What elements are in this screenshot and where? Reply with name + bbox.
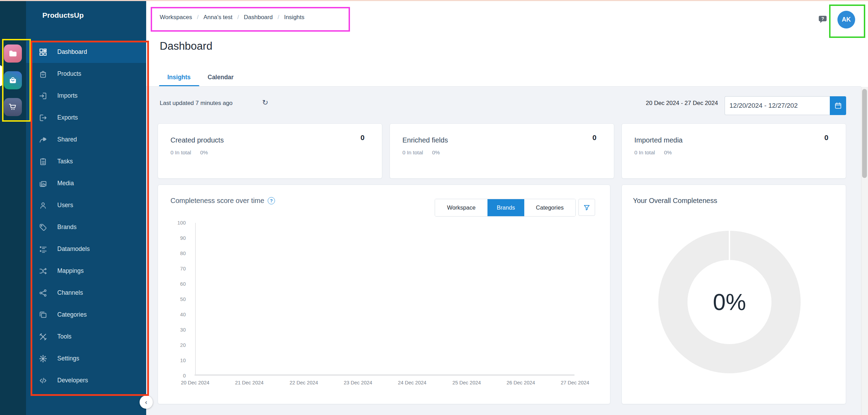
mappings-shuffle-icon: [39, 267, 48, 276]
breadcrumb-separator: /: [197, 14, 199, 21]
sidebar-item-channels[interactable]: Channels: [26, 282, 146, 304]
sidebar-item-label: Dashboard: [57, 48, 87, 56]
sidebar-item-label: Brands: [57, 223, 76, 231]
stat-value: 0: [824, 133, 828, 142]
categories-folders-icon: [39, 310, 48, 319]
breadcrumb: Workspaces / Anna's test / Dashboard / I…: [160, 14, 304, 21]
sidebar-item-label: Tasks: [57, 158, 73, 165]
stat-card-created-products: Created products 0 0 In total 0%: [158, 123, 382, 179]
cart-icon[interactable]: [4, 98, 22, 116]
sidebar-item-exports[interactable]: Exports: [26, 107, 146, 129]
stat-title: Created products: [170, 136, 224, 144]
sidebar-item-mappings[interactable]: Mappings: [26, 260, 146, 282]
dashboard-grid-icon: [39, 48, 48, 57]
sidebar-item-label: Channels: [57, 289, 83, 296]
sidebar-item-label: Datamodels: [57, 245, 90, 253]
x-axis-label: 21 Dec 2024: [223, 380, 275, 385]
breadcrumb-insights[interactable]: Insights: [284, 14, 304, 21]
sidebar-item-tools[interactable]: Tools: [26, 326, 146, 348]
edge-handle[interactable]: [0, 65, 2, 86]
completeness-chart-card: Completeness score over time ? Workspace…: [158, 185, 610, 404]
funnel-icon: [583, 204, 591, 211]
scrollbar-thumb[interactable]: [862, 89, 867, 178]
chart-scope-toggle: Workspace Brands Categories: [435, 199, 576, 217]
folder-icon[interactable]: [4, 44, 22, 63]
overall-completeness-card: Your Overall Completeness 0%: [621, 185, 846, 404]
x-axis-label: 26 Dec 2024: [495, 380, 547, 385]
sidebar-item-brands[interactable]: Brands: [26, 216, 146, 238]
sidebar-item-label: Tools: [57, 333, 72, 340]
stat-title: Enriched fields: [402, 136, 448, 144]
tasks-clipboard-icon: [39, 157, 48, 166]
sidebar-item-products[interactable]: Products: [26, 63, 146, 85]
question-mark-icon: ?: [821, 16, 824, 21]
refresh-icon[interactable]: ↻: [262, 98, 268, 107]
header-divider: [146, 86, 861, 87]
stat-total: 0 In total: [634, 149, 655, 156]
channels-share-icon: [39, 288, 48, 298]
stat-percent: 0%: [664, 149, 671, 156]
x-axis-line: [194, 374, 575, 376]
chart-help-icon[interactable]: ?: [268, 197, 275, 204]
sidebar-item-label: Shared: [57, 136, 77, 143]
stat-card-enriched-fields: Enriched fields 0 0 In total 0%: [390, 123, 614, 179]
tab-calendar[interactable]: Calendar: [208, 74, 234, 81]
donut-title: Your Overall Completeness: [633, 197, 717, 205]
sidebar-item-shared[interactable]: Shared: [26, 129, 146, 150]
date-range-label: 20 Dec 2024 - 27 Dec 2024: [646, 100, 722, 107]
shared-forward-icon: [39, 135, 48, 144]
calendar-button[interactable]: [830, 96, 846, 115]
donut-hole: 0%: [687, 260, 771, 344]
stat-percent: 0%: [200, 149, 208, 156]
x-axis-label: 25 Dec 2024: [441, 380, 493, 385]
tab-insights[interactable]: Insights: [167, 74, 191, 81]
developers-code-icon: [39, 376, 48, 385]
sidebar-item-settings[interactable]: Settings: [26, 348, 146, 369]
toggle-categories[interactable]: Categories: [524, 199, 575, 216]
x-axis-label: 27 Dec 2024: [549, 380, 601, 385]
products-bag-icon: [39, 70, 48, 79]
sidebar-item-tasks[interactable]: Tasks: [26, 150, 146, 172]
users-person-icon: [39, 201, 48, 210]
toggle-brands[interactable]: Brands: [487, 199, 524, 216]
sidebar-item-imports[interactable]: Imports: [26, 85, 146, 107]
breadcrumb-workspaces[interactable]: Workspaces: [160, 14, 192, 21]
sidebar-item-datamodels[interactable]: Datamodels: [26, 238, 146, 260]
x-axis-label: 23 Dec 2024: [332, 380, 384, 385]
bag-icon[interactable]: [4, 71, 22, 89]
tools-wrench-icon: [39, 332, 48, 341]
breadcrumb-dashboard[interactable]: Dashboard: [244, 14, 273, 21]
stat-card-imported-media: Imported media 0 0 In total 0%: [621, 123, 846, 179]
chevron-left-icon: ‹: [145, 398, 147, 406]
breadcrumb-annas-test[interactable]: Anna's test: [203, 14, 233, 21]
filter-button[interactable]: [578, 199, 595, 216]
sidebar-item-users[interactable]: Users: [26, 194, 146, 216]
x-axis-label: 20 Dec 2024: [169, 380, 221, 385]
toggle-workspace[interactable]: Workspace: [435, 199, 487, 216]
sidebar-item-label: Exports: [57, 114, 78, 121]
sidebar-item-label: Settings: [57, 355, 79, 362]
stat-title: Imported media: [634, 136, 683, 144]
sidebar-item-media[interactable]: Media: [26, 172, 146, 194]
help-button[interactable]: ?: [818, 15, 827, 24]
date-range-input[interactable]: [725, 96, 830, 115]
avatar-initials: AK: [842, 16, 851, 23]
sidebar-collapse-button[interactable]: ‹: [140, 396, 153, 409]
y-axis-line: [195, 223, 196, 376]
sidebar-item-label: Categories: [57, 311, 87, 318]
sidebar-nav: Dashboard Products Imports Exports Share…: [26, 41, 146, 391]
avatar[interactable]: AK: [837, 11, 855, 29]
sidebar-item-dashboard[interactable]: Dashboard: [26, 41, 146, 63]
sidebar-item-categories[interactable]: Categories: [26, 304, 146, 326]
donut-notch: [729, 231, 730, 261]
exports-icon: [39, 113, 48, 122]
sidebar-item-label: Developers: [57, 377, 88, 384]
media-images-icon: [39, 179, 48, 188]
page-title: Dashboard: [160, 40, 212, 52]
sidebar-item-developers[interactable]: Developers: [26, 369, 146, 391]
stat-value: 0: [360, 133, 365, 142]
calendar-icon: [834, 102, 842, 109]
stat-total: 0 In total: [170, 149, 191, 156]
last-updated-text: Last updated 7 minutes ago: [160, 100, 233, 107]
brands-tag-icon: [39, 223, 48, 232]
